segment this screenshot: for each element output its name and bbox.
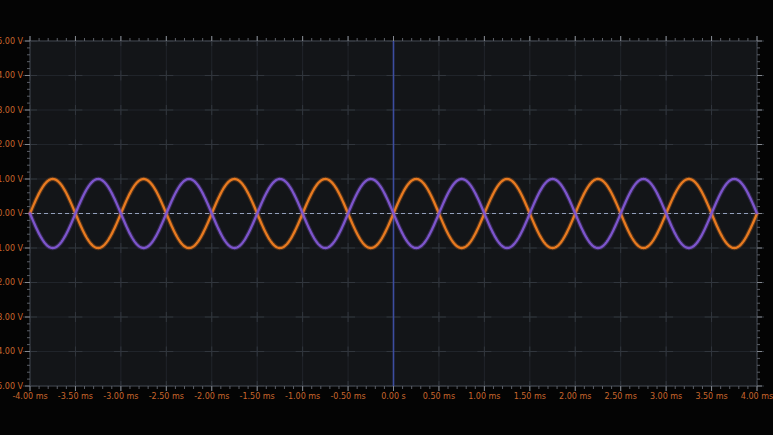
y-tick-label: 3.00 V [0,106,24,115]
y-tick-label: 4.00 V [0,71,24,80]
y-tick-label: 1.00 V [0,175,24,184]
x-tick-label: -2.00 ms [194,392,229,401]
y-tick-label: -1.00 V [0,244,24,253]
x-tick-label: 3.50 ms [695,392,727,401]
x-tick-label: -4.00 ms [12,392,47,401]
x-tick-label: 3.00 ms [650,392,682,401]
y-tick-label: -3.00 V [0,313,24,322]
y-tick-label: -2.00 V [0,278,24,287]
y-tick-label: 2.00 V [0,140,24,149]
x-tick-label: -0.50 ms [330,392,365,401]
y-tick-label: -5.00 V [0,382,24,391]
x-tick-label: -1.00 ms [285,392,320,401]
x-tick-label: 2.00 ms [559,392,591,401]
y-axis-labels: 5.00 V4.00 V3.00 V2.00 V1.00 V0.00 V-1.0… [0,37,24,391]
x-tick-label: 1.50 ms [514,392,546,401]
oscilloscope-screen: 5.00 V4.00 V3.00 V2.00 V1.00 V0.00 V-1.0… [0,0,773,435]
x-tick-label: 2.50 ms [605,392,637,401]
x-tick-label: 4.00 ms [741,392,773,401]
y-tick-label: 0.00 V [0,209,24,218]
y-tick-label: -4.00 V [0,347,24,356]
x-tick-label: -3.50 ms [58,392,93,401]
y-tick-label: 5.00 V [0,37,24,46]
x-tick-label: 0.50 ms [423,392,455,401]
waveform-graph[interactable]: 5.00 V4.00 V3.00 V2.00 V1.00 V0.00 V-1.0… [0,0,773,435]
x-tick-label: -2.50 ms [149,392,184,401]
x-tick-label: 1.00 ms [468,392,500,401]
x-tick-label: -3.00 ms [103,392,138,401]
x-tick-label: -1.50 ms [240,392,275,401]
x-axis-labels: -4.00 ms-3.50 ms-3.00 ms-2.50 ms-2.00 ms… [12,392,773,401]
x-tick-label: 0.00 s [381,392,406,401]
